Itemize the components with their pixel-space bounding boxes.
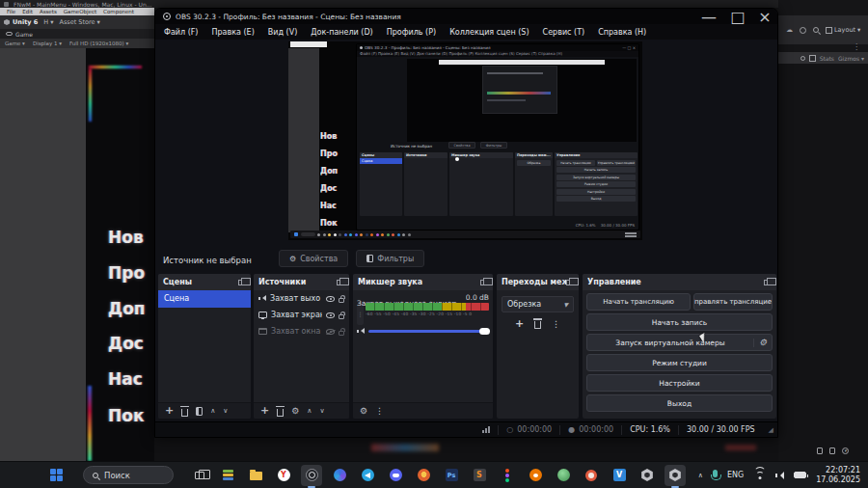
start-streaming-button[interactable]: Начать трансляцию bbox=[586, 293, 691, 311]
mixer-panel-header[interactable]: Микшер звука bbox=[353, 274, 493, 290]
microphone-icon[interactable] bbox=[713, 470, 718, 477]
start-recording-button[interactable]: Начать запись bbox=[586, 313, 773, 331]
mixer-settings-button[interactable]: ⚙ bbox=[360, 407, 367, 416]
start-button[interactable] bbox=[50, 469, 64, 482]
popout-icon[interactable] bbox=[337, 280, 344, 285]
manage-broadcast-button[interactable]: Управлять трансляцией bbox=[693, 293, 773, 311]
unity-account-dropdown[interactable]: H ▾ bbox=[43, 18, 53, 26]
unity-editor-button[interactable] bbox=[665, 465, 686, 486]
obs-preview[interactable]: Нов Про Доп Дос Нас Пок OBS 30.2.3 - Про… bbox=[288, 41, 642, 240]
visibility-icon[interactable] bbox=[326, 296, 335, 302]
unity-menu-assets[interactable]: Assets bbox=[40, 9, 57, 14]
lock-icon[interactable] bbox=[339, 314, 344, 319]
volume-icon[interactable] bbox=[775, 472, 784, 479]
popout-icon[interactable] bbox=[238, 280, 246, 285]
unity-game-tab[interactable]: Game bbox=[0, 29, 154, 39]
taskbar-search[interactable]: Поиск bbox=[83, 466, 174, 484]
move-scene-up-button[interactable]: ∧ bbox=[210, 407, 215, 415]
studio-mode-button[interactable]: Режим студии bbox=[586, 354, 773, 371]
menu-tools[interactable]: Сервис (T) bbox=[536, 28, 592, 37]
unity-menu-component[interactable]: Component bbox=[103, 9, 134, 14]
virtual-camera-settings-button[interactable]: ⚙ bbox=[753, 339, 772, 347]
obs-studio-button[interactable] bbox=[301, 465, 322, 486]
settings-button[interactable]: Настройки bbox=[586, 374, 773, 392]
resolution-dropdown[interactable]: Full HD (1920x1080) ▾ bbox=[69, 41, 128, 46]
game-view-dropdown[interactable]: Game ▾ bbox=[5, 41, 25, 46]
menu-profile[interactable]: Профиль (P) bbox=[380, 28, 443, 37]
start-virtual-camera-button[interactable]: Запуск виртуальной камеры bbox=[587, 339, 753, 347]
layout-dropdown[interactable]: Layout ▾ bbox=[826, 26, 860, 34]
chevron-circle-icon[interactable]: ▾ bbox=[842, 447, 849, 454]
volume-slider[interactable] bbox=[368, 330, 489, 333]
scene-filters-button[interactable] bbox=[196, 407, 203, 416]
visibility-icon[interactable] bbox=[326, 312, 335, 318]
discord-button[interactable] bbox=[385, 465, 406, 486]
mute-icon[interactable] bbox=[800, 56, 805, 61]
unity-menu-gameobject[interactable]: GameObject bbox=[64, 9, 96, 14]
source-properties-button[interactable]: ⚙ bbox=[291, 407, 299, 416]
lock-icon[interactable] bbox=[339, 298, 344, 303]
tray-expand-icon[interactable]: ∧ bbox=[698, 472, 703, 479]
unity-hub-button[interactable] bbox=[637, 465, 658, 486]
obs-titlebar[interactable]: OBS 30.2.3 - Профиль: Без названия - Сце… bbox=[155, 9, 777, 24]
menu-docks[interactable]: Док-панели (D) bbox=[304, 28, 379, 37]
source-item[interactable]: Захват экран bbox=[254, 307, 349, 323]
popout-icon[interactable] bbox=[566, 280, 574, 285]
volume-slider-thumb[interactable] bbox=[479, 328, 490, 335]
substance-button[interactable]: S bbox=[469, 465, 490, 486]
lock-icon[interactable] bbox=[339, 331, 344, 336]
popout-icon[interactable] bbox=[764, 280, 772, 285]
add-transition-button[interactable]: + bbox=[515, 319, 524, 329]
battery-icon[interactable] bbox=[794, 472, 806, 478]
unity-menu-file[interactable]: File bbox=[7, 9, 15, 14]
menu-view[interactable]: Вид (V) bbox=[261, 28, 304, 37]
document-icon[interactable] bbox=[829, 447, 835, 454]
menu-scene-collection[interactable]: Коллекция сцен (S) bbox=[443, 28, 535, 37]
scenes-panel-header[interactable]: Сцены bbox=[158, 274, 251, 290]
yandex-browser-button[interactable]: Y bbox=[273, 465, 294, 486]
stats-toggle[interactable]: Stats bbox=[820, 55, 834, 62]
language-indicator[interactable]: ENG bbox=[727, 471, 744, 479]
vscode-button[interactable]: V bbox=[609, 465, 630, 486]
green-sphere-app-button[interactable] bbox=[553, 465, 574, 486]
figma-button[interactable] bbox=[497, 465, 518, 486]
obs-close-button[interactable]: × bbox=[754, 9, 775, 24]
mixer-more-button[interactable]: ⋮ bbox=[375, 406, 384, 416]
controls-panel-header[interactable]: Управление bbox=[583, 274, 776, 290]
obs-maximize-button[interactable]: □ bbox=[727, 9, 748, 24]
photoshop-button[interactable]: Ps bbox=[441, 465, 462, 486]
source-item-hidden[interactable]: Захват окна bbox=[254, 323, 349, 339]
wifi-icon[interactable] bbox=[753, 471, 766, 479]
gizmos-dropdown[interactable]: Gizmos ▾ bbox=[838, 55, 864, 62]
filters-button[interactable]: Фильтры bbox=[356, 250, 424, 267]
source-item[interactable]: Захват выхо bbox=[254, 290, 349, 307]
move-scene-down-button[interactable]: ∨ bbox=[223, 407, 228, 415]
store-app-button[interactable] bbox=[413, 465, 434, 486]
remove-source-button[interactable] bbox=[277, 409, 284, 417]
properties-button[interactable]: ⚙Свойства bbox=[279, 250, 348, 267]
transition-select[interactable]: Обрезка ▼ bbox=[502, 296, 574, 312]
speaker-icon[interactable] bbox=[357, 328, 365, 335]
move-source-up-button[interactable]: ∧ bbox=[307, 407, 312, 415]
file-explorer-button[interactable] bbox=[245, 465, 266, 486]
exit-button[interactable]: Выход bbox=[586, 394, 773, 412]
menu-help[interactable]: Справка (H) bbox=[591, 28, 653, 37]
move-source-down-button[interactable]: ∨ bbox=[319, 407, 324, 415]
archive-app-button[interactable] bbox=[217, 465, 238, 486]
sync-icon[interactable] bbox=[800, 27, 806, 34]
unity-asset-store-dropdown[interactable]: Asset Store ▾ bbox=[60, 18, 100, 26]
obs-minimize-button[interactable]: — bbox=[698, 9, 719, 24]
telegram-button[interactable] bbox=[357, 465, 378, 486]
document-icon[interactable] bbox=[817, 447, 823, 454]
add-scene-button[interactable]: + bbox=[165, 406, 174, 416]
task-view-button[interactable] bbox=[189, 465, 210, 486]
popout-icon[interactable] bbox=[480, 280, 488, 285]
add-source-button[interactable]: + bbox=[260, 406, 269, 416]
ring-app-button[interactable] bbox=[581, 465, 602, 486]
visibility-off-icon[interactable] bbox=[326, 329, 335, 335]
paint-3d-button[interactable] bbox=[329, 465, 350, 486]
taskbar-clock[interactable]: 22:07:21 17.06.2025 bbox=[816, 466, 860, 484]
transitions-panel-header[interactable]: Переходы меж... bbox=[497, 274, 579, 290]
remove-scene-button[interactable] bbox=[181, 409, 188, 417]
unity-menu-edit[interactable]: Edit bbox=[22, 9, 33, 14]
